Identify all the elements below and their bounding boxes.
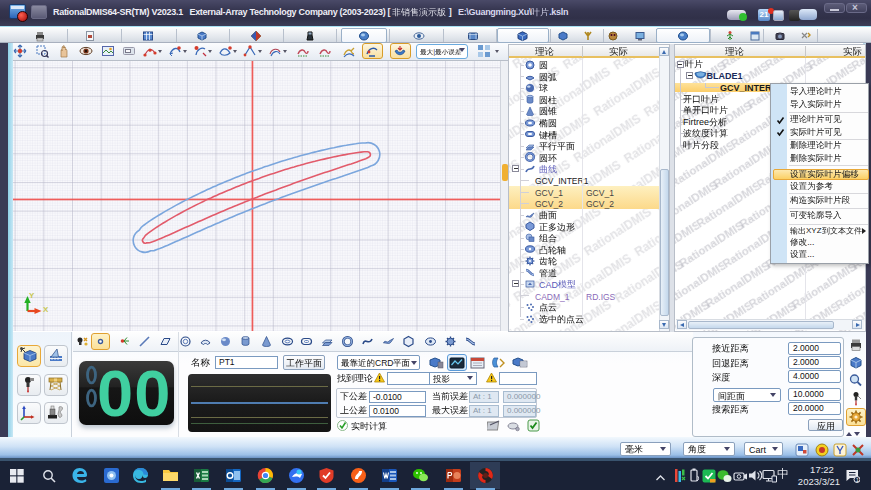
svg-text:X: X xyxy=(43,305,49,314)
svg-text:Y: Y xyxy=(29,291,35,300)
